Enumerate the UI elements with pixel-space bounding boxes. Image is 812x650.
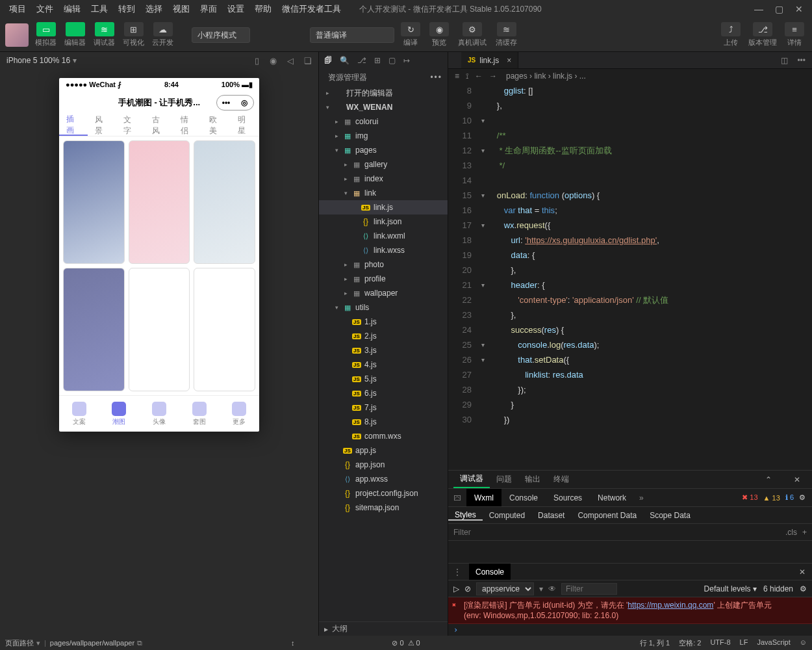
menu-工具[interactable]: 工具 <box>86 1 113 18</box>
dbgtab-调试器[interactable]: 调试器 <box>453 471 490 488</box>
list-icon[interactable]: ≡ <box>455 72 459 81</box>
phone-tab-插画[interactable]: 插画 <box>59 114 88 136</box>
explorer-icon[interactable]: 🗐 <box>324 56 332 65</box>
phone-thumb-3[interactable] <box>63 268 125 391</box>
feedback-icon[interactable]: ☺ <box>800 638 807 648</box>
hidden-count[interactable]: 6 hidden <box>763 584 793 593</box>
capsule-button[interactable]: •••◎ <box>216 95 254 110</box>
status-error-count[interactable]: ⊘ 0 <box>392 639 403 647</box>
console-clear-icon[interactable]: ⊘ <box>464 584 471 593</box>
more-icon[interactable]: ••• <box>430 73 442 82</box>
more-editor-icon[interactable]: ••• <box>797 56 806 65</box>
menu-编辑[interactable]: 编辑 <box>58 1 86 18</box>
language-mode[interactable]: JavaScript <box>757 638 790 648</box>
cls-toggle[interactable]: .cls <box>785 528 797 537</box>
dbgtab-终端[interactable]: 终端 <box>547 471 576 488</box>
device-icon[interactable]: ▯ <box>255 56 259 66</box>
ext-icon[interactable]: ⊞ <box>374 56 381 65</box>
tree-colorui[interactable]: ▸▦colorui <box>319 114 448 129</box>
close-icon[interactable]: ✕ <box>795 4 803 14</box>
phone-tab-明星[interactable]: 明星 <box>231 114 259 136</box>
devtab-Console[interactable]: Console <box>501 489 546 506</box>
search-icon[interactable]: 🔍 <box>340 56 349 65</box>
phone-tabbar-头像[interactable]: 头像 <box>139 396 179 432</box>
phone-tab-情侣[interactable]: 情侣 <box>173 114 202 136</box>
chevron-down-icon[interactable]: ▾ <box>73 56 77 65</box>
menu-转到[interactable]: 转到 <box>113 1 140 18</box>
compile-select[interactable]: 普通编译 <box>310 27 394 43</box>
tree-8.js[interactable]: JS8.js <box>319 415 448 429</box>
styles-tabs[interactable]: StylesComputedDatasetComponent DataScope… <box>448 507 812 524</box>
menu-项目[interactable]: 项目 <box>4 1 31 18</box>
devtab-Wxml[interactable]: Wxml <box>466 489 501 506</box>
console-error-message[interactable]: [渲染层错误] 广告单元 id(unit-id) 为空，请先在 'https:/… <box>448 597 812 624</box>
console-tab[interactable]: Console <box>469 564 511 580</box>
dbgtab-问题[interactable]: 问题 <box>490 471 518 488</box>
route-label[interactable]: 页面路径 <box>5 638 34 648</box>
warn-count[interactable]: ▲ 13 <box>763 494 780 502</box>
devtab-Sources[interactable]: Sources <box>546 489 590 506</box>
compile-button[interactable]: ↻编译 <box>398 21 423 49</box>
tree-img[interactable]: ▸▦img <box>319 129 448 143</box>
tree-index[interactable]: ▸▦index <box>319 172 448 186</box>
realdebug-button[interactable]: ⚙真机调试 <box>455 21 489 49</box>
phone-image-grid[interactable] <box>59 136 259 395</box>
close-tab-icon[interactable]: × <box>507 56 511 65</box>
clearcache-button[interactable]: ≋清缓存 <box>493 21 520 49</box>
devtools-tabs[interactable]: ⮹ WxmlConsoleSourcesNetwork » ✖ 13 ▲ 13 … <box>448 489 812 507</box>
phone-tab-文字[interactable]: 文字 <box>116 114 145 136</box>
styletab-Computed[interactable]: Computed <box>483 511 531 520</box>
arrow-icon[interactable]: ↦ <box>403 56 410 65</box>
phone-thumb-4[interactable] <box>129 268 190 391</box>
toolbtn-编辑器[interactable]: 编辑器 <box>62 21 88 49</box>
menu-选择[interactable]: 选择 <box>140 1 168 18</box>
console-gear-icon[interactable]: ⚙ <box>800 584 807 593</box>
avatar[interactable] <box>5 23 29 47</box>
phone-category-tabs[interactable]: 插画风景文字古风情侣欧美明星 <box>59 114 259 136</box>
branch-icon[interactable]: ⎇ <box>357 56 366 65</box>
dbgtab-输出[interactable]: 输出 <box>518 471 547 488</box>
detail-button[interactable]: ≡详情 <box>782 21 807 49</box>
split-icon[interactable]: ❏ <box>304 56 312 66</box>
phone-thumb-0[interactable] <box>63 140 125 264</box>
tree-WX_WENAN[interactable]: ▾WX_WENAN <box>319 100 448 114</box>
nav-back-icon[interactable]: ← <box>475 72 483 81</box>
phone-tabbar-更多[interactable]: 更多 <box>219 396 259 432</box>
phone-tab-古风[interactable]: 古风 <box>145 114 173 136</box>
filter-input[interactable] <box>453 528 785 537</box>
maximize-icon[interactable]: ▢ <box>775 4 783 14</box>
styletab-Styles[interactable]: Styles <box>448 510 483 521</box>
editor-breadcrumb[interactable]: ≡ ⟟ ← → pages › link › link.js › ... <box>448 69 812 83</box>
tree-2.js[interactable]: JS2.js <box>319 329 448 343</box>
editor-tab-linkjs[interactable]: JS link.js × <box>461 52 518 68</box>
tree-project.config.json[interactable]: {}project.config.json <box>319 486 448 500</box>
tree-6.js[interactable]: JS6.js <box>319 386 448 400</box>
phone-tabbar-套图[interactable]: 套图 <box>179 396 220 432</box>
styletab-Dataset[interactable]: Dataset <box>531 511 571 520</box>
preview-button[interactable]: ◉预览 <box>427 21 451 49</box>
mute-icon[interactable]: ◁ <box>287 56 294 66</box>
route-value[interactable]: pages/wallpaper/wallpaper <box>50 639 134 647</box>
tree-link.wxss[interactable]: ⟨⟩link.wxss <box>319 243 448 257</box>
tree-pages[interactable]: ▾▦pages <box>319 143 448 157</box>
tree-1.js[interactable]: JS1.js <box>319 315 448 329</box>
add-style-icon[interactable]: + <box>802 528 807 537</box>
eye-icon[interactable]: 👁 <box>548 584 556 593</box>
phone-tab-风景[interactable]: 风景 <box>88 114 116 136</box>
copy-icon[interactable]: ⧉ <box>137 639 142 647</box>
phone-simulator[interactable]: ●●●●● WeChat ⨏ 8:44 100% ▬▮ 手机潮图 - 让手机秀.… <box>59 78 259 432</box>
menu-界面[interactable]: 界面 <box>195 1 222 18</box>
console-target-icon[interactable]: ▷ <box>453 584 459 593</box>
error-count[interactable]: ✖ 13 <box>742 493 757 502</box>
menu-文件[interactable]: 文件 <box>31 1 58 18</box>
tree-7.js[interactable]: JS7.js <box>319 400 448 415</box>
chevron-up-icon[interactable]: ⌃ <box>759 475 778 484</box>
toolbtn-云开发[interactable]: ☁云开发 <box>149 21 176 49</box>
phone-tabbar[interactable]: 文案潮图头像套图更多 <box>59 395 259 432</box>
toolbtn-模拟器[interactable]: ▭模拟器 <box>32 21 59 49</box>
toolbtn-可视化[interactable]: ⊞可视化 <box>120 21 147 49</box>
tree-app.js[interactable]: JSapp.js <box>319 443 448 458</box>
upload-button[interactable]: ⤴上传 <box>718 21 743 49</box>
levels-select[interactable]: Default levels ▾ <box>704 584 757 593</box>
close-panel-icon[interactable]: ✕ <box>787 475 807 484</box>
